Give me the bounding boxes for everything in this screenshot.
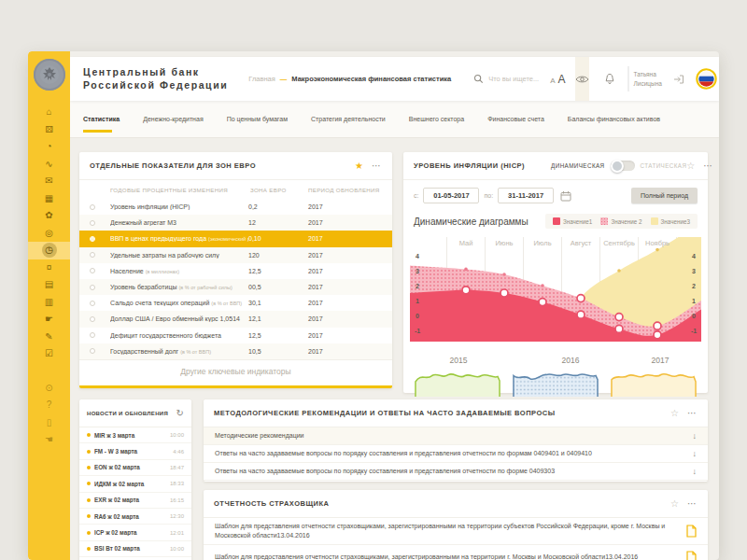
tab[interactable]: Денежно-кредитная — [143, 101, 204, 137]
menu-dots-icon[interactable]: ⋯ — [687, 499, 698, 509]
table-row[interactable]: Население(в миллионах) 12,5 2017 — [79, 263, 392, 279]
legend-item[interactable]: Значение1 — [553, 217, 592, 225]
sidebar-item[interactable]: ◷ — [28, 242, 70, 259]
faq-row[interactable]: Ответы на часто задаваемые вопросы по по… — [204, 463, 708, 481]
toggle-static-label[interactable]: СТАТИЧЕСКАЯ — [641, 162, 687, 169]
sidebar-item-secondary[interactable]: ▯ — [28, 414, 70, 432]
tab[interactable]: Стратегия деятельности — [311, 101, 386, 137]
refresh-icon[interactable]: ↻ — [176, 409, 184, 418]
news-item[interactable]: FM - W 3 марта 4:46 — [79, 443, 191, 459]
table-row[interactable]: Удельные затраты на рабочую силу 120 201… — [79, 247, 392, 263]
sidebar-item-secondary[interactable]: ? — [28, 397, 70, 414]
news-item[interactable]: RA6 ж 02 марта 12:30 — [79, 509, 191, 525]
sidebar-item-secondary[interactable]: ☚ — [28, 431, 70, 449]
date-from-input[interactable] — [423, 188, 479, 203]
news-item[interactable]: ИДКМ ж 02 марта 18:33 — [79, 476, 191, 492]
news-item[interactable]: BSI Вт 02 марта 10:00 — [79, 541, 191, 557]
tab[interactable]: По ценным бумагам — [227, 101, 288, 137]
indicator-period: 2017 — [308, 284, 383, 290]
faq-row[interactable]: Методические рекомендации ↓ — [204, 427, 708, 445]
tab[interactable]: Финансовые счета — [487, 101, 544, 137]
sidebar-item-icon: ⊙ — [45, 384, 52, 393]
toggle-switch[interactable] — [611, 161, 635, 171]
tab[interactable]: Статистика — [83, 101, 120, 137]
sidebar-item[interactable]: ▤ — [28, 276, 70, 294]
sidebar-item[interactable]: ✉ — [28, 173, 70, 190]
menu-dots-icon[interactable]: ⋯ — [687, 409, 698, 418]
table-row[interactable]: Сальдо счета текущих операций(в % от ВВП… — [79, 295, 392, 311]
font-size-control[interactable]: А А — [550, 73, 565, 86]
download-icon[interactable]: ↓ — [693, 467, 698, 476]
legend-item[interactable]: Значение 2 — [600, 217, 641, 225]
table-row[interactable]: ВВП в ценах предыдущего года(экономическ… — [79, 231, 392, 246]
star-icon[interactable]: ☆ — [686, 161, 695, 171]
table-row[interactable]: Дефицит государственного бюджета 12,5 20… — [79, 328, 392, 343]
font-small-label[interactable]: А — [550, 77, 555, 85]
search-input[interactable] — [488, 75, 550, 83]
menu-dots-icon[interactable]: ⋯ — [372, 161, 382, 171]
faq-row[interactable]: Ответы на часто задаваемые вопросы по по… — [204, 445, 708, 463]
template-row[interactable]: Шаблон для представления отчетности стра… — [204, 518, 708, 545]
sidebar-item-secondary[interactable]: ⊙ — [28, 380, 70, 398]
sidebar-item[interactable]: ✿ — [28, 207, 70, 225]
star-icon[interactable]: ☆ — [670, 499, 679, 509]
other-indicators-link[interactable]: Другие ключевые индикаторы — [79, 359, 392, 384]
toggle-dynamic-label[interactable]: ДИНАМИЧЕСКАЯ — [551, 162, 604, 169]
notifications-button[interactable] — [604, 73, 615, 85]
font-large-label[interactable]: А — [558, 73, 566, 86]
search-icon[interactable] — [473, 74, 484, 84]
news-item[interactable]: EON ж 02 марта 18:47 — [79, 460, 191, 476]
table-row[interactable]: Уровень безработицы(в % от рабочей силы)… — [79, 279, 392, 295]
mini-chart-2017[interactable] — [610, 368, 698, 398]
sidebar-item[interactable]: ☛ — [28, 311, 70, 329]
accessibility-toggle[interactable] — [575, 57, 589, 101]
news-item[interactable]: ICP ж 02 марта 12:01 — [79, 525, 191, 540]
table-row[interactable]: Доллар США / Евро обменный курс 1,0514 1… — [79, 311, 392, 327]
sidebar-item[interactable]: ◔ — [28, 138, 70, 156]
breadcrumb-home-link[interactable]: Главная — [248, 75, 275, 83]
table-row[interactable]: Уровень инфляции (HICP) 0,2 2017 — [79, 199, 392, 215]
sidebar-item[interactable]: ☑ — [28, 345, 70, 363]
bank-of-russia-logo[interactable] — [34, 59, 65, 91]
star-icon[interactable]: ★ — [355, 161, 363, 171]
language-switcher — [696, 68, 719, 90]
mini-chart-2016[interactable] — [512, 368, 599, 398]
table-row[interactable]: Денежный агрегат М3 12 2017 — [79, 215, 392, 231]
full-period-button[interactable]: Полный период — [631, 188, 698, 203]
download-icon[interactable]: ↓ — [693, 431, 698, 441]
logout-button[interactable] — [673, 74, 684, 85]
svg-text:Сентябрь: Сентябрь — [603, 239, 635, 247]
news-time: 16:15 — [170, 497, 184, 503]
tab[interactable]: Балансы финансовых активов — [568, 101, 660, 137]
star-icon[interactable]: ☆ — [670, 409, 679, 418]
table-row[interactable]: Государственный долг(в % от ВВП) 10,5 20… — [79, 343, 392, 359]
date-to-input[interactable] — [498, 188, 554, 203]
indicator-value: 12,5 — [248, 268, 308, 274]
sidebar-item[interactable]: ✎ — [28, 329, 70, 346]
sidebar-item[interactable]: ◎ — [28, 225, 70, 243]
sidebar-item[interactable]: ⚄ — [28, 121, 70, 139]
file-icon[interactable] — [686, 551, 697, 560]
news-item[interactable]: MIR ж 3 марта 10:00 — [79, 427, 191, 443]
sidebar-item-icon: ∿ — [45, 160, 52, 169]
inflation-area-chart[interactable]: МайИюньИюльАвгустСентябрьНоябрь443322110… — [410, 231, 701, 368]
sidebar-item-icon: ✎ — [45, 332, 52, 342]
template-row[interactable]: Шаблон для предоставления отчетности стр… — [204, 545, 708, 560]
file-icon[interactable] — [686, 525, 697, 538]
flag-russia-icon[interactable] — [696, 68, 717, 90]
sidebar-item[interactable]: ¤ — [28, 259, 70, 277]
news-time: 12:30 — [170, 513, 184, 519]
indicator-value: 30,1 — [248, 300, 308, 306]
mini-chart-2015[interactable] — [414, 368, 501, 398]
menu-dots-icon[interactable]: ⋯ — [703, 161, 713, 171]
news-item[interactable]: EXR ж 02 марта 16:15 — [79, 493, 191, 509]
panel-title: НОВОСТИ И ОБНОВЛЕНИЯ — [87, 411, 168, 416]
sidebar-item[interactable]: ▥ — [28, 294, 70, 312]
calendar-icon[interactable] — [560, 190, 571, 202]
tab[interactable]: Внешнего сектора — [409, 101, 464, 137]
sidebar-item[interactable]: ▦ — [28, 190, 70, 208]
sidebar-item[interactable]: ⌂ — [28, 104, 70, 121]
download-icon[interactable]: ↓ — [693, 449, 698, 458]
legend-item[interactable]: Значение3 — [651, 217, 690, 225]
sidebar-item[interactable]: ∿ — [28, 156, 70, 174]
